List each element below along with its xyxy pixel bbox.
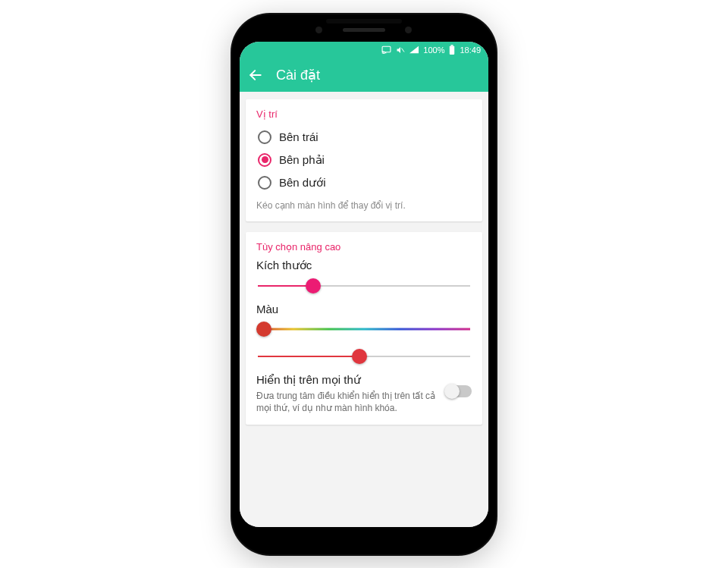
clock-label: 18:49 <box>460 46 481 55</box>
position-hint: Kéo cạnh màn hình để thay đổi vị trí. <box>256 200 472 211</box>
overlay-switch[interactable] <box>446 385 472 397</box>
content-scroll[interactable]: Vị trí Bên trái Bên phải Bên dưới Kéo cạ… <box>240 92 488 527</box>
radio-option-right[interactable]: Bên phải <box>256 149 472 171</box>
slider-fill <box>258 356 359 357</box>
page-title: Cài đặt <box>276 67 320 83</box>
position-card: Vị trí Bên trái Bên phải Bên dưới Kéo cạ… <box>246 99 482 221</box>
advanced-section-title: Tùy chọn nâng cao <box>256 241 472 253</box>
svg-line-1 <box>402 48 405 52</box>
phone-frame: 100% 18:49 Cài đặt Vị trí Bên trái <box>232 14 496 554</box>
hue-slider[interactable] <box>258 319 470 340</box>
slider-thumb[interactable] <box>352 349 367 364</box>
screen: 100% 18:49 Cài đặt Vị trí Bên trái <box>240 42 488 527</box>
overlay-description: Đưa trung tâm điều khiển hiển thị trên t… <box>256 390 438 414</box>
battery-icon <box>449 45 455 55</box>
svg-rect-3 <box>451 45 453 46</box>
slider-thumb[interactable] <box>306 278 321 293</box>
radio-label: Bên dưới <box>279 176 326 190</box>
status-bar: 100% 18:49 <box>240 42 488 58</box>
radio-icon <box>258 176 271 190</box>
cast-icon <box>381 46 391 54</box>
overlay-toggle-row: Hiển thị trên mọi thứ Đưa trung tâm điều… <box>256 373 472 414</box>
svg-rect-2 <box>450 46 454 55</box>
size-slider[interactable] <box>258 275 470 297</box>
radio-icon <box>258 153 271 167</box>
battery-label: 100% <box>423 46 444 55</box>
sensor-right <box>405 27 412 33</box>
sensor-left <box>315 27 322 33</box>
radio-label: Bên trái <box>279 130 318 143</box>
radio-icon <box>258 130 271 144</box>
back-button[interactable] <box>247 67 264 83</box>
app-bar: Cài đặt <box>240 58 488 92</box>
slider-thumb[interactable] <box>256 322 271 337</box>
advanced-card: Tùy chọn nâng cao Kích thước Màu <box>246 232 482 425</box>
size-label: Kích thước <box>256 259 472 272</box>
slider-track <box>258 328 470 330</box>
position-section-title: Vị trí <box>256 108 472 120</box>
color-label: Màu <box>256 303 472 315</box>
arrow-left-icon <box>248 67 263 83</box>
mute-icon <box>396 46 405 55</box>
signal-icon <box>410 46 419 54</box>
radio-label: Bên phải <box>279 153 325 167</box>
overlay-title: Hiển thị trên mọi thứ <box>256 373 438 387</box>
radio-option-bottom[interactable]: Bên dưới <box>256 171 472 194</box>
radio-option-left[interactable]: Bên trái <box>256 126 472 149</box>
earpiece <box>343 28 385 32</box>
saturation-slider[interactable] <box>258 346 470 367</box>
